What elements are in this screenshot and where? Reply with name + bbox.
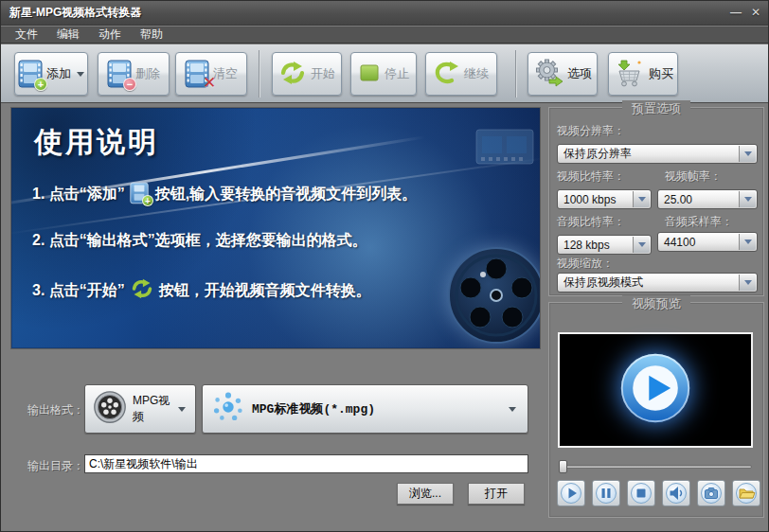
start-cycle-icon: [278, 61, 307, 88]
step1-text-post: 按钮,输入要转换的音视频文件到列表。: [155, 185, 417, 204]
chevron-down-icon[interactable]: [739, 234, 756, 250]
instruction-step-2: 2. 点击“输出格式”选项框，选择您要输出的格式。: [32, 231, 367, 251]
resolution-label: 视频分辨率：: [557, 123, 625, 139]
preview-open-folder-button[interactable]: [732, 480, 760, 506]
start-button-label: 开始: [311, 65, 335, 82]
sample-rate-value: 44100: [664, 236, 695, 249]
preview-pause-button[interactable]: [592, 480, 620, 506]
video-scale-select[interactable]: 保持原视频模式: [557, 273, 758, 293]
resolution-select[interactable]: 保持原分辨率: [557, 144, 758, 164]
toolbar-separator: [515, 50, 516, 98]
menu-action[interactable]: 动作: [90, 26, 130, 44]
buy-button[interactable]: 购买: [608, 52, 678, 96]
delete-button[interactable]: − 删除: [98, 52, 170, 96]
seek-track[interactable]: [563, 465, 752, 469]
gear-icon: [533, 59, 563, 90]
chevron-down-icon[interactable]: [739, 191, 756, 207]
output-dir-input[interactable]: [84, 454, 528, 473]
step3-text-pre: 3. 点击“开始”: [32, 281, 125, 301]
frame-rate-select[interactable]: 25.00: [657, 189, 758, 209]
output-category-select[interactable]: MPG视频: [84, 384, 196, 434]
reel-icon: [93, 390, 127, 428]
clear-button-label: 清空: [213, 65, 238, 82]
preview-panel-title: 视频预览: [622, 295, 690, 312]
film-reel-graphic: [447, 246, 541, 348]
preset-options-panel: 预置选项 视频分辨率： 保持原分辨率 视频比特率： 视频帧率： 1000 kbp…: [548, 107, 764, 296]
preset-panel-title: 预置选项: [622, 100, 690, 117]
preview-stop-button[interactable]: [627, 480, 655, 506]
video-preview-panel: 视频预览: [548, 302, 764, 518]
preview-screen: [558, 332, 753, 448]
chevron-down-icon: [77, 72, 84, 77]
play-logo: [617, 350, 693, 430]
output-format-label: 输出格式：: [27, 402, 84, 418]
buy-button-label: 购买: [649, 65, 673, 82]
chevron-down-icon[interactable]: [633, 237, 650, 253]
film-add-icon: +: [18, 60, 43, 88]
window-controls: — ✕: [730, 5, 760, 20]
audio-bitrate-label: 音频比特率：: [557, 214, 625, 230]
profile-molecule-icon: [210, 389, 246, 429]
options-button[interactable]: 选项: [528, 52, 598, 96]
instruction-step-1: 1. 点击“添加” + 按钮,输入要转换的音视频文件到列表。: [32, 182, 417, 206]
stop-button-label: 停止: [384, 65, 409, 82]
x-badge-icon: ✕: [203, 77, 216, 90]
start-cycle-inline-icon: [130, 278, 154, 303]
chevron-down-icon[interactable]: [633, 191, 650, 207]
step2-text: 2. 点击“输出格式”选项框，选择您要输出的格式。: [32, 231, 367, 251]
frame-rate-label: 视频帧率：: [665, 168, 722, 185]
minus-badge-icon: −: [123, 78, 136, 91]
toolbar-separator: [259, 50, 259, 98]
open-button[interactable]: 打开: [468, 483, 525, 505]
menu-edit[interactable]: 编辑: [48, 26, 88, 44]
output-dir-label: 输出目录：: [27, 458, 84, 474]
output-profile-value: MPG标准视频(*.mpg): [252, 400, 375, 417]
film-clear-icon: ✕: [185, 60, 209, 88]
chevron-down-icon[interactable]: [739, 146, 756, 162]
add-button[interactable]: + 添加: [14, 52, 88, 96]
browse-button[interactable]: 浏览...: [397, 483, 454, 505]
resume-arrow-icon: [434, 61, 460, 88]
cart-icon: [613, 59, 645, 90]
toolbar: + 添加 − 删除 ✕ 清空 开始: [1, 44, 768, 103]
start-button[interactable]: 开始: [272, 52, 342, 96]
preview-volume-button[interactable]: [662, 480, 690, 506]
step3-text-post: 按钮，开始视频音频文件转换。: [159, 281, 371, 301]
audio-bitrate-value: 128 kbps: [563, 239, 610, 252]
plus-badge-icon: +: [142, 195, 153, 206]
step1-text-pre: 1. 点击“添加”: [32, 185, 125, 204]
seek-thumb[interactable]: [559, 460, 567, 473]
audio-bitrate-select[interactable]: 128 kbps: [557, 235, 652, 255]
output-profile-select[interactable]: MPG标准视频(*.mpg): [202, 384, 528, 434]
close-button[interactable]: ✕: [751, 5, 760, 20]
resume-button-label: 继续: [464, 65, 489, 82]
open-button-label: 打开: [485, 486, 508, 502]
video-bitrate-label: 视频比特率：: [557, 168, 625, 185]
frame-rate-value: 25.00: [664, 193, 692, 206]
seek-bar: [559, 460, 754, 473]
minimize-button[interactable]: —: [730, 5, 742, 20]
video-scale-label: 视频缩放：: [557, 256, 614, 272]
menu-help[interactable]: 帮助: [132, 26, 171, 44]
instructions-banner: 使用说明 1. 点击“添加” + 按钮,输入要转换的音视频文件到列表。 2. 点…: [10, 107, 541, 349]
preview-play-button[interactable]: [557, 480, 585, 506]
sample-rate-select[interactable]: 44100: [657, 232, 758, 252]
menu-file[interactable]: 文件: [7, 26, 46, 44]
output-category-value: MPG视频: [133, 393, 172, 425]
window-title: 新星-MPG视频格式转换器: [1, 5, 141, 21]
film-remove-icon: −: [107, 60, 132, 88]
resume-button[interactable]: 继续: [425, 52, 497, 96]
sample-rate-label: 音频采样率：: [665, 214, 733, 230]
stop-square-icon: [358, 62, 381, 86]
title-bar: 新星-MPG视频格式转换器 — ✕: [1, 1, 768, 26]
menu-bar: 文件 编辑 动作 帮助: [1, 27, 768, 44]
chevron-down-icon[interactable]: [739, 275, 756, 291]
options-button-label: 选项: [567, 65, 592, 82]
preview-snapshot-button[interactable]: [697, 480, 725, 506]
chevron-down-icon: [178, 407, 186, 412]
clear-button[interactable]: ✕ 清空: [175, 52, 247, 96]
video-bitrate-select[interactable]: 1000 kbps: [557, 189, 652, 209]
stop-button[interactable]: 停止: [350, 52, 417, 96]
resolution-value: 保持原分辨率: [563, 146, 632, 162]
delete-button-label: 删除: [135, 65, 160, 82]
